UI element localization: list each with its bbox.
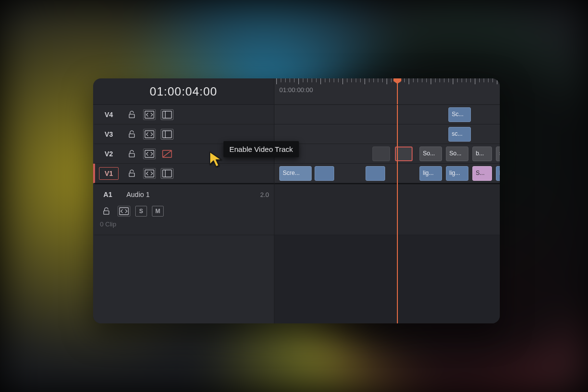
clip[interactable]: b...	[472, 147, 492, 161]
clip[interactable]: lig...	[419, 166, 442, 181]
svg-rect-4	[129, 134, 135, 137]
lock-icon[interactable]	[125, 129, 138, 140]
audio-clip-count: 0 Clip	[100, 220, 269, 228]
clip[interactable]: sc...	[448, 127, 471, 142]
enable-track-icon[interactable]	[161, 168, 173, 179]
enable-track-icon[interactable]	[161, 109, 173, 120]
clip[interactable]: Sc...	[448, 107, 471, 122]
video-track-header-v1[interactable]: V1	[93, 164, 274, 183]
video-lane-v2[interactable]: So...So...b...sc...	[274, 144, 500, 164]
clip[interactable]: So...	[419, 147, 442, 161]
timeline-ruler[interactable]: 01:00:00:00 01:00:08:00	[274, 78, 500, 104]
svg-rect-8	[129, 153, 135, 157]
track-label-v4: V4	[99, 108, 119, 121]
tooltip-enable-video-track: Enable Video Track	[223, 141, 299, 157]
svg-rect-6	[163, 130, 172, 138]
timecode-value: 01:00:04:00	[150, 85, 218, 98]
track-label-v2: V2	[99, 147, 119, 160]
solo-button[interactable]: S	[135, 206, 147, 217]
clip[interactable]: b.	[496, 166, 500, 181]
cursor-icon	[208, 151, 224, 168]
clip[interactable]	[372, 147, 390, 161]
video-lane-v4[interactable]: Sc...	[274, 105, 500, 124]
svg-rect-0	[129, 114, 135, 118]
timecode-display[interactable]: 01:00:04:00	[93, 78, 274, 104]
playhead-line[interactable]	[397, 105, 398, 323]
clip[interactable]: Scre...	[279, 166, 312, 181]
lock-icon[interactable]	[100, 206, 113, 217]
track-label-a1: A1	[99, 188, 117, 201]
auto-select-icon[interactable]	[118, 206, 130, 217]
audio-lane-a1[interactable]	[274, 183, 500, 235]
audio-track-header-a1[interactable]: A1 Audio 1 2.0 S M 0 Clip	[93, 183, 274, 235]
auto-select-icon[interactable]	[143, 148, 156, 159]
playhead[interactable]	[397, 78, 398, 104]
lock-icon[interactable]	[125, 148, 138, 159]
auto-select-icon[interactable]	[143, 109, 156, 120]
timeline-panel: 01:00:04:00 01:00:00:00 01:00:08:00 V4	[93, 78, 500, 323]
video-track-header-v4[interactable]: V4	[93, 105, 274, 124]
video-lane-v3[interactable]: sc...	[274, 124, 500, 144]
clip[interactable]: lig...	[446, 166, 468, 181]
timeline-header: 01:00:04:00 01:00:00:00 01:00:08:00	[93, 78, 500, 105]
svg-rect-16	[104, 211, 109, 214]
lock-icon[interactable]	[125, 168, 138, 179]
clip[interactable]: So...	[446, 147, 468, 161]
mute-button[interactable]: M	[152, 206, 164, 217]
enable-track-icon[interactable]	[161, 129, 173, 140]
clip[interactable]: S...	[472, 166, 492, 181]
clip[interactable]	[315, 166, 334, 181]
track-label-v1: V1	[99, 167, 119, 180]
track-label-v3: V3	[99, 128, 119, 141]
clip[interactable]: sc...	[496, 147, 500, 161]
svg-rect-12	[129, 173, 135, 176]
timeline-lanes[interactable]: Sc... sc... So...So...b...sc... Scre...l…	[274, 105, 500, 323]
auto-select-icon[interactable]	[143, 168, 156, 179]
track-headers: V4 V3	[93, 105, 274, 323]
svg-rect-14	[163, 170, 172, 177]
enable-track-icon-disabled[interactable]	[161, 148, 173, 159]
video-lane-v1[interactable]: Scre...lig...lig...S...b.	[274, 164, 500, 183]
lock-icon[interactable]	[125, 109, 138, 120]
ruler-label-start: 01:00:00:00	[279, 86, 313, 94]
clip[interactable]	[366, 166, 385, 181]
auto-select-icon[interactable]	[143, 129, 156, 140]
svg-line-11	[163, 150, 171, 157]
svg-rect-2	[163, 111, 172, 118]
audio-channel-count: 2.0	[260, 191, 269, 198]
audio-track-name: Audio 1	[126, 191, 149, 198]
